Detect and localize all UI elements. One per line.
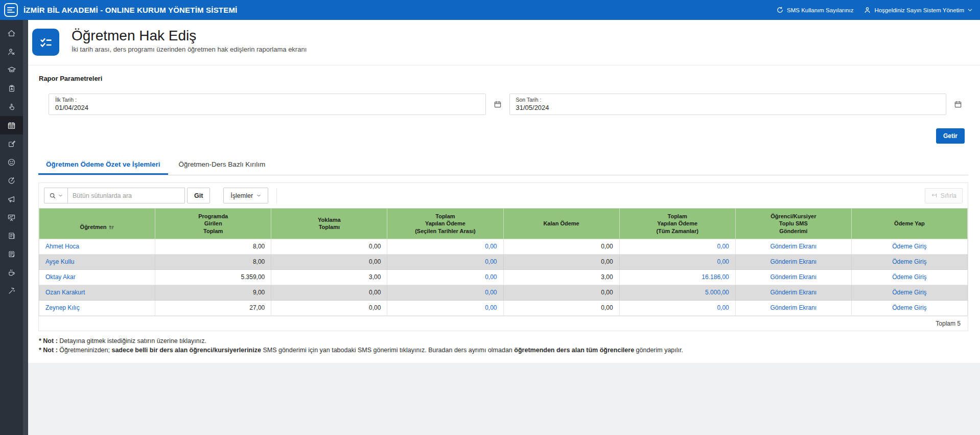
getir-button[interactable]: Getir [936,128,965,144]
end-date-field[interactable]: Son Tarih : 31/05/2024 [509,94,947,115]
magic-wand-icon [8,287,16,295]
git-button[interactable]: Git [187,188,210,203]
user-settings-icon [7,48,16,56]
sidebar-item-news[interactable] [0,226,23,245]
user-menu[interactable]: Hoşgeldiniz Sayın Sistem Yönetim [864,6,973,14]
cell-remaining: 0,00 [503,254,619,269]
end-date-calendar-button[interactable] [951,98,965,111]
sidebar-item-announcements[interactable] [0,190,23,208]
sidebar-item-user-settings[interactable] [0,42,23,61]
table-row[interactable]: Ozan Karakurt 9,00 0,00 0,00 0,00 5.000,… [39,285,968,300]
cell-attendance-total: 0,00 [271,300,387,315]
sms-screen-link[interactable]: Gönderim Ekranı [770,258,816,265]
column-header-yoklama[interactable]: Yoklama Toplamı [271,209,387,239]
cell-attendance-total: 0,00 [271,254,387,269]
sms-screen-link[interactable]: Gönderim Ekranı [770,289,816,296]
table-row[interactable]: Ahmet Hoca 8,00 0,00 0,00 0,00 0,00 Gönd… [39,239,968,254]
table-header-row: Öğretmen Programda Girilen Toplam Yoklam… [39,209,968,239]
hamburger-icon [7,7,15,13]
page-title: Öğretmen Hak Ediş [72,28,307,44]
column-header-kalan-odeme[interactable]: Kalan Ödeme [503,209,619,239]
refresh-icon [7,176,16,185]
sifirla-button[interactable]: Sıfırla [925,188,963,203]
sidebar-item-schedule[interactable] [0,116,23,134]
sidebar-item-exams[interactable] [0,134,23,153]
sidebar-item-renewal[interactable] [0,171,23,190]
islemler-button[interactable]: İşlemler [223,188,268,203]
tab-odeme-ozet[interactable]: Öğretmen Ödeme Özet ve İşlemleri [38,156,168,175]
paid-selected-link[interactable]: 0,00 [485,289,497,296]
sms-screen-link[interactable]: Gönderim Ekranı [770,304,816,311]
paid-selected-link[interactable]: 0,00 [485,304,497,311]
paid-all-link[interactable]: 0,00 [717,258,729,265]
paid-all-link[interactable]: 0,00 [717,243,729,250]
sidebar-item-courses[interactable] [0,61,23,79]
page-subtitle: İki tarih arası, ders programı üzerinden… [72,45,307,53]
column-header-ogretmen[interactable]: Öğretmen [39,209,155,239]
cell-remaining: 0,00 [503,300,619,315]
end-date-value: 31/05/2024 [516,104,941,111]
teacher-link[interactable]: Ahmet Hoca [45,243,79,250]
teacher-payment-table: Öğretmen Programda Girilen Toplam Yoklam… [39,208,968,316]
reset-icon [931,192,938,199]
tab-ders-bazli[interactable]: Öğretmen-Ders Bazlı Kırılım [171,156,273,175]
table-row[interactable]: Ayşe Kullu 8,00 0,00 0,00 0,00 0,00 Gönd… [39,254,968,269]
column-header-sms[interactable]: Öğrenci/Kursiyer Toplu SMS Gönderimi [735,209,851,239]
sidebar-item-forms[interactable] [0,245,23,263]
paid-all-link[interactable]: 5.000,00 [705,289,729,296]
hamburger-menu-button[interactable] [4,3,18,17]
payment-entry-link[interactable]: Ödeme Giriş [892,304,926,311]
sifirla-label: Sıfırla [941,192,956,199]
column-header-programda-girilen[interactable]: Programda Girilen Toplam [155,209,271,239]
notes: * Not : Detayına gitmek istediğiniz satı… [39,337,980,354]
sidebar-item-home[interactable] [0,24,23,42]
column-header-odeme-yap[interactable]: Ödeme Yap [851,209,967,239]
paid-all-link[interactable]: 16.186,00 [702,273,729,281]
sms-usage-link[interactable]: SMS Kullanım Sayılarınız [776,6,853,14]
note-2: * Not : Öğretmeninizden; sadece belli bi… [39,347,980,354]
teacher-link[interactable]: Oktay Akar [45,273,76,281]
end-date-label: Son Tarih : [516,97,941,103]
presentation-chart-icon [7,213,16,222]
column-header-odeme-secilen[interactable]: Toplam Yapılan Ödeme (Seçilen Tarihler A… [387,209,503,239]
sidebar-item-reports[interactable] [0,208,23,226]
payment-entry-link[interactable]: Ödeme Giriş [892,258,926,265]
payment-entry-link[interactable]: Ödeme Giriş [892,273,926,281]
teacher-link[interactable]: Zeynep Kılıç [45,304,80,311]
sms-screen-link[interactable]: Gönderim Ekranı [770,273,816,281]
teacher-link[interactable]: Ayşe Kullu [45,258,74,265]
home-icon [7,29,16,38]
table-row[interactable]: Oktay Akar 5.359,00 3,00 0,00 3,00 16.18… [39,269,968,285]
sms-screen-link[interactable]: Gönderim Ekranı [770,243,816,250]
app-title: İZMİR BİL AKADEMİ - ONLINE KURUM YÖNETİM… [24,6,238,14]
teacher-link[interactable]: Ozan Karakurt [45,289,85,296]
calendar-icon [954,100,962,108]
sidebar-item-cafeteria[interactable] [0,263,23,282]
coffee-icon [7,268,16,277]
paid-selected-link[interactable]: 0,00 [485,243,497,250]
start-date-field[interactable]: İlk Tarih : 01/04/2024 [49,94,486,115]
search-input[interactable] [67,188,185,203]
paid-selected-link[interactable]: 0,00 [485,258,497,265]
search-column-selector[interactable] [44,188,67,203]
sidebar-item-registry[interactable] [0,79,23,98]
tab-bar: Öğretmen Ödeme Özet ve İşlemleri Öğretme… [38,156,968,175]
smiley-icon [7,158,16,167]
note-text: Detayına gitmek istediğiniz satırın üzer… [59,337,206,345]
column-header-odeme-tum[interactable]: Toplam Yapılan Ödeme (Tüm Zamanlar) [619,209,735,239]
paid-all-link[interactable]: 0,00 [717,304,729,311]
note-text-bold: sadece belli bir ders alan öğrenci/kursi… [111,347,261,354]
payment-entry-link[interactable]: Ödeme Giriş [892,289,926,296]
payment-entry-link[interactable]: Ödeme Giriş [892,243,926,250]
sidebar-item-attendance[interactable] [0,98,23,116]
sidebar-item-tools[interactable] [0,282,23,300]
paid-selected-link[interactable]: 0,00 [485,273,497,281]
sidebar-item-satisfaction[interactable] [0,153,23,171]
cell-attendance-total: 0,00 [271,285,387,300]
cell-program-total: 8,00 [155,254,271,269]
start-date-calendar-button[interactable] [491,98,504,111]
clipboard-icon [8,84,16,93]
table-row[interactable]: Zeynep Kılıç 27,00 0,00 0,00 0,00 0,00 G… [39,300,968,315]
islemler-label: İşlemler [230,192,253,199]
hand-pointer-icon [8,103,16,111]
